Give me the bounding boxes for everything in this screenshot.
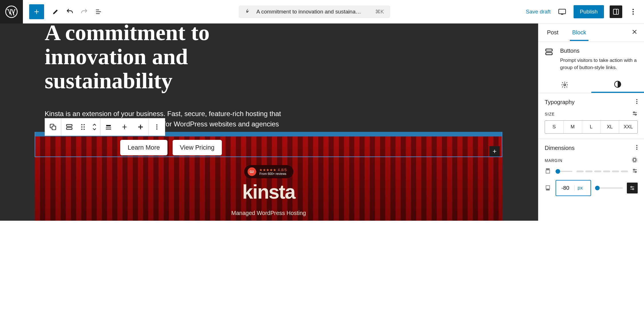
page-title[interactable]: A commitment to innovation and sustainab…: [45, 24, 302, 93]
svg-rect-26: [633, 159, 636, 161]
size-xl[interactable]: XL: [600, 121, 619, 133]
settings-sidebar-toggle[interactable]: [610, 5, 622, 18]
g2-logo-icon: G2: [247, 167, 256, 176]
svg-point-13: [156, 128, 157, 130]
kinsta-tagline: Managed WordPress Hosting: [231, 210, 306, 216]
close-sidebar-icon[interactable]: [631, 29, 638, 37]
learn-more-button[interactable]: Learn More: [120, 140, 167, 155]
size-xxl[interactable]: XXL: [619, 121, 637, 133]
svg-point-5: [633, 13, 634, 14]
size-label: SIZE: [545, 112, 555, 116]
svg-point-18: [636, 99, 637, 100]
svg-rect-30: [546, 186, 550, 189]
g2-rating: ★★★★★ 4.8/5: [259, 168, 287, 172]
editor-canvas[interactable]: A commitment to innovation and sustainab…: [0, 24, 538, 221]
margin-top-slider[interactable]: [556, 171, 572, 172]
undo-icon[interactable]: [65, 7, 74, 16]
block-toolbar: [45, 118, 165, 136]
margin-sides-icon[interactable]: [631, 157, 638, 164]
margin-top-side-icon: [545, 168, 552, 175]
more-options-icon[interactable]: [628, 7, 638, 17]
svg-point-3: [633, 9, 634, 10]
svg-point-11: [156, 124, 157, 126]
size-m[interactable]: M: [564, 121, 582, 133]
font-size-presets: S M L XL XXL: [545, 120, 638, 134]
move-up-down-icon[interactable]: [89, 118, 100, 136]
justify-icon[interactable]: [116, 118, 133, 136]
edit-tool-icon[interactable]: [51, 7, 60, 16]
svg-point-12: [156, 126, 157, 128]
save-draft-link[interactable]: Save draft: [526, 9, 551, 15]
preview-device-icon[interactable]: [556, 6, 568, 17]
view-pricing-button[interactable]: View Pricing: [173, 140, 222, 155]
keyboard-shortcut: ⌘K: [375, 9, 384, 15]
align-icon[interactable]: [100, 118, 116, 136]
block-card-title: Buttons: [560, 48, 638, 54]
svg-point-28: [633, 169, 635, 171]
block-more-options-icon[interactable]: [149, 118, 165, 136]
document-title-pill[interactable]: A commitment to innovation and sustaina……: [239, 5, 390, 18]
svg-rect-14: [546, 49, 552, 51]
margin-custom-toggle[interactable]: [627, 183, 638, 193]
svg-point-22: [635, 114, 637, 116]
svg-point-32: [633, 189, 634, 190]
dimensions-section-title: Dimensions: [545, 145, 574, 151]
svg-point-23: [636, 145, 637, 146]
vertical-align-icon[interactable]: [133, 118, 149, 136]
size-s[interactable]: S: [545, 121, 564, 133]
tab-block[interactable]: Block: [570, 24, 588, 41]
svg-rect-2: [613, 9, 619, 14]
wordpress-logo[interactable]: [0, 0, 23, 24]
kinsta-logo: kinsta: [242, 181, 295, 203]
buttons-block[interactable]: Learn More View Pricing: [120, 140, 222, 155]
add-button-inline[interactable]: [489, 146, 500, 156]
block-card-description: Prompt visitors to take action with a gr…: [560, 57, 638, 71]
svg-rect-8: [66, 124, 72, 126]
svg-point-31: [631, 186, 632, 188]
svg-rect-10: [106, 125, 111, 126]
margin-bottom-slider[interactable]: [595, 187, 623, 189]
svg-rect-7: [52, 126, 56, 130]
margin-bottom-side-icon: [545, 185, 552, 191]
svg-point-21: [633, 112, 635, 113]
redo-icon[interactable]: [80, 7, 89, 16]
block-card: Buttons Prompt visitors to take action w…: [538, 42, 644, 77]
editor-top-toolbar: A commitment to innovation and sustaina……: [0, 0, 644, 24]
document-title: A commitment to innovation and sustaina…: [256, 9, 361, 15]
buttons-block-icon[interactable]: [61, 118, 77, 136]
g2-reviews-sub: From 600+ reviews: [259, 172, 287, 175]
svg-rect-9: [66, 128, 72, 130]
margin-unit[interactable]: px: [574, 185, 586, 191]
select-parent-icon[interactable]: [45, 118, 61, 136]
size-l[interactable]: L: [582, 121, 601, 133]
svg-rect-27: [546, 170, 550, 173]
settings-sidebar: Post Block Buttons Prompt visitors to ta…: [538, 24, 644, 221]
dimensions-more-icon[interactable]: [636, 144, 638, 152]
add-block-button[interactable]: [29, 4, 44, 19]
svg-point-4: [633, 11, 634, 12]
svg-point-19: [636, 101, 637, 102]
size-settings-icon[interactable]: [632, 111, 638, 117]
g2-badge: G2 ★★★★★ 4.8/5 From 600+ reviews: [244, 165, 293, 178]
svg-rect-1: [559, 9, 566, 14]
leaf-icon: [245, 8, 251, 16]
svg-point-25: [636, 149, 637, 150]
margin-bottom-input[interactable]: px: [556, 180, 591, 196]
svg-point-20: [636, 103, 637, 104]
document-overview-icon[interactable]: [94, 7, 103, 16]
typography-section-title: Typography: [545, 99, 575, 105]
margin-value-field[interactable]: [556, 185, 574, 191]
publish-button[interactable]: Publish: [574, 5, 604, 18]
settings-tab-icon[interactable]: [538, 77, 591, 93]
buttons-block-card-icon: [545, 48, 555, 71]
svg-point-0: [6, 6, 17, 17]
svg-rect-15: [546, 53, 552, 55]
tab-post[interactable]: Post: [545, 24, 561, 41]
drag-handle-icon[interactable]: [77, 118, 89, 136]
margin-top-custom-icon[interactable]: [632, 168, 638, 175]
svg-point-29: [635, 171, 637, 173]
svg-point-24: [636, 147, 637, 148]
typography-more-icon[interactable]: [636, 98, 638, 106]
styles-tab-icon[interactable]: [591, 77, 644, 93]
margin-label: MARGIN: [545, 158, 562, 163]
